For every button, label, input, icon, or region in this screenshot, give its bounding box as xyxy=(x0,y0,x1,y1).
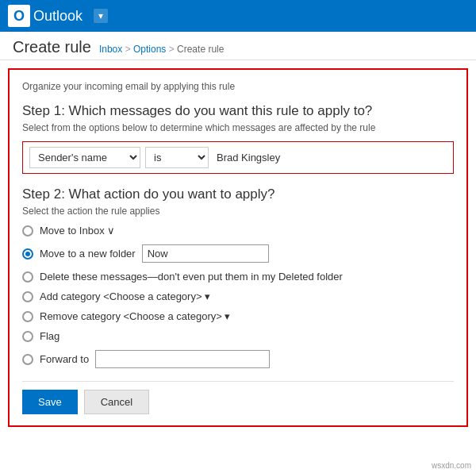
radio-add-category[interactable] xyxy=(22,291,33,302)
action-move-folder-label: Move to a new folder xyxy=(40,248,136,260)
action-delete-label: Delete these messages—don't even put the… xyxy=(40,271,343,283)
operator-select[interactable]: is contains starts with xyxy=(145,147,209,168)
condition-value-input[interactable] xyxy=(213,148,447,167)
action-move-inbox: Move to Inbox ∨ xyxy=(22,225,454,236)
step1-subtext: Select from the options below to determi… xyxy=(22,122,454,133)
step1-heading: Step 1: Which messages do you want this … xyxy=(22,103,454,119)
action-options: Move to Inbox ∨ Move to a new folder Del… xyxy=(22,225,454,368)
cancel-button[interactable]: Cancel xyxy=(84,390,149,414)
main-content: Organize your incoming email by applying… xyxy=(8,68,468,427)
inbox-dropdown-arrow: ∨ xyxy=(107,225,115,236)
step2-heading: Step 2: What action do you want to apply… xyxy=(22,187,454,202)
header-dropdown[interactable]: ▾ xyxy=(94,9,108,23)
action-remove-category: Remove category <Choose a category> ▾ xyxy=(22,310,454,322)
action-move-folder: Move to a new folder xyxy=(22,244,454,263)
outlook-logo: O Outlook xyxy=(8,5,83,27)
save-button[interactable]: Save xyxy=(22,390,78,414)
footer-buttons: Save Cancel xyxy=(22,381,454,414)
breadcrumb-current: Create rule xyxy=(177,44,224,55)
rule-condition-row: Sender's name Subject To CC is contains … xyxy=(22,141,454,174)
forward-to-input[interactable] xyxy=(95,350,270,368)
breadcrumb-sep2: > xyxy=(169,44,177,55)
radio-dot xyxy=(25,252,30,256)
breadcrumb-sep1: > xyxy=(125,44,133,55)
logo-letter: O xyxy=(13,9,25,23)
app-header: O Outlook ▾ xyxy=(0,0,476,32)
action-move-inbox-label: Move to Inbox ∨ xyxy=(40,225,115,236)
new-folder-input[interactable] xyxy=(142,244,269,263)
radio-forward[interactable] xyxy=(22,354,33,365)
organize-text: Organize your incoming email by applying… xyxy=(22,81,454,92)
watermark: wsxdn.com xyxy=(432,461,471,470)
radio-move-folder[interactable] xyxy=(22,248,33,260)
condition-select[interactable]: Sender's name Subject To CC xyxy=(29,147,140,168)
radio-flag[interactable] xyxy=(22,331,33,342)
breadcrumb: Inbox > Options > Create rule xyxy=(99,44,224,55)
action-remove-category-label: Remove category <Choose a category> ▾ xyxy=(40,310,230,322)
action-flag-label: Flag xyxy=(40,330,60,342)
add-category-arrow: ▾ xyxy=(205,290,210,302)
breadcrumb-options-link[interactable]: Options xyxy=(133,44,166,55)
action-add-category-label: Add category <Choose a category> ▾ xyxy=(40,290,210,302)
page-title: Create rule xyxy=(13,38,91,56)
action-add-category: Add category <Choose a category> ▾ xyxy=(22,290,454,302)
app-name: Outlook xyxy=(33,8,83,25)
logo-square: O xyxy=(8,5,30,27)
action-delete: Delete these messages—don't even put the… xyxy=(22,271,454,283)
action-forward: Forward to xyxy=(22,350,454,368)
radio-delete[interactable] xyxy=(22,271,33,283)
breadcrumb-inbox-link[interactable]: Inbox xyxy=(99,44,122,55)
action-forward-label: Forward to xyxy=(40,353,89,365)
step2-subtext: Select the action the rule applies xyxy=(22,206,454,217)
action-flag: Flag xyxy=(22,330,454,342)
radio-move-inbox[interactable] xyxy=(22,225,33,236)
breadcrumb-bar: Create rule Inbox > Options > Create rul… xyxy=(0,32,476,60)
remove-category-arrow: ▾ xyxy=(225,310,230,322)
radio-remove-category[interactable] xyxy=(22,311,33,322)
